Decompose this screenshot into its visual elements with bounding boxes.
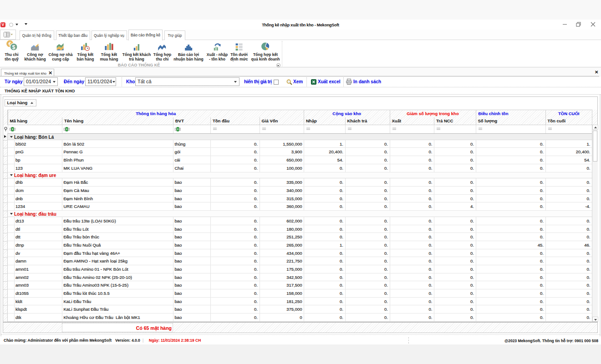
svg-text:$: $ <box>12 44 15 51</box>
